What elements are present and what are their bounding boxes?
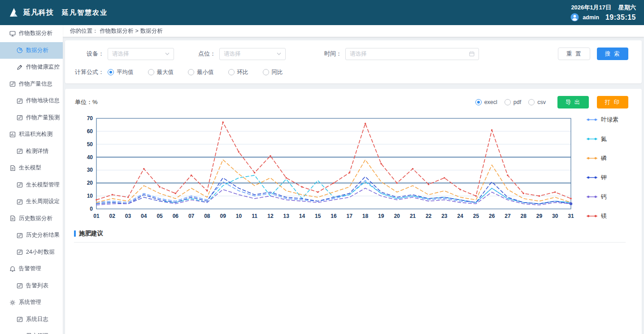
sidebar-item-label: 生长模型管理	[26, 181, 60, 189]
sidebar-item-label: 历史分析结果	[26, 231, 60, 239]
formula-option-平均值[interactable]: 平均值	[108, 69, 134, 76]
device-select[interactable]: 请选择	[108, 48, 174, 60]
svg-text:60: 60	[87, 128, 93, 134]
sidebar-item-16[interactable]: 告警列表	[0, 278, 63, 295]
svg-text:15: 15	[315, 213, 321, 219]
sidebar-item-label: 历史数据分析	[19, 215, 52, 222]
svg-text:10: 10	[87, 193, 93, 199]
sidebar-item-14[interactable]: 24小时数据	[0, 244, 63, 261]
chart-panel: 单位：% execlpdfcsv 导 出 打 印 010203040506070…	[65, 89, 642, 334]
sidebar-item-label: 系统管理	[19, 299, 41, 306]
sidebar-item-label: 告警管理	[19, 265, 41, 273]
legend-label: 叶绿素	[601, 116, 618, 124]
radio-label: 平均值	[117, 69, 134, 76]
document-icon	[9, 215, 16, 221]
edit-icon	[17, 98, 23, 104]
legend-marker-icon	[586, 176, 598, 179]
unit-label: 单位：%	[75, 98, 98, 106]
sidebar-item-17[interactable]: 系统管理	[0, 294, 63, 311]
format-option-csv[interactable]: csv	[528, 99, 546, 105]
sidebar-item-4[interactable]: 作物产量信息	[0, 76, 63, 93]
svg-text:12: 12	[267, 213, 274, 219]
sidebar-item-3[interactable]: 作物健康监控	[0, 59, 63, 76]
sidebar-item-1[interactable]: 作物数据分析	[0, 25, 63, 42]
formula-label: 计算公式：	[75, 68, 104, 76]
line-chart: 0102030405060700102030405060708091011121…	[74, 114, 574, 225]
brand-name: 延凡科技	[23, 8, 54, 17]
formula-radio-group: 平均值最大值最小值环比同比	[108, 69, 283, 76]
weekday-label: 星期六	[618, 4, 636, 12]
time-picker[interactable]: 请选择	[345, 48, 479, 60]
sidebar-item-label: 作物健康监控	[26, 63, 60, 71]
radio-dot	[528, 99, 535, 105]
format-option-pdf[interactable]: pdf	[505, 99, 521, 105]
sidebar-item-5[interactable]: 作物地块信息	[0, 92, 63, 109]
legend-item-氮[interactable]: 氮	[586, 135, 618, 143]
svg-text:10: 10	[236, 213, 242, 219]
date-row: 2026年1月17日 星期六	[571, 4, 636, 12]
svg-text:07: 07	[188, 213, 195, 219]
radio-dot	[505, 99, 511, 105]
svg-text:27: 27	[505, 213, 511, 219]
sidebar-item-label: 检测详情	[26, 147, 48, 155]
legend-item-磷[interactable]: 磷	[586, 154, 618, 162]
formula-option-最小值[interactable]: 最小值	[188, 69, 214, 76]
legend-item-钙[interactable]: 钙	[586, 193, 618, 201]
radio-label: execl	[484, 99, 497, 105]
sidebar-item-10[interactable]: 生长模型管理	[0, 177, 63, 194]
user-row: admin 19:35:15	[570, 13, 636, 22]
sidebar-item-label: 24小时数据	[26, 248, 55, 256]
legend-marker-icon	[586, 118, 598, 121]
reset-button[interactable]: 重 置	[558, 48, 590, 60]
svg-text:20: 20	[87, 180, 93, 186]
svg-text:19: 19	[378, 213, 384, 219]
formula-option-最大值[interactable]: 最大值	[148, 69, 174, 76]
user-avatar-icon[interactable]	[570, 13, 579, 22]
sidebar-item-15[interactable]: 告警管理	[0, 260, 63, 278]
legend-label: 氮	[601, 135, 607, 143]
sidebar-item-label: 生长周期设定	[26, 198, 60, 205]
svg-text:08: 08	[204, 213, 210, 219]
sidebar-item-label: 积温积光检测	[19, 130, 52, 138]
chevron-down-icon	[277, 52, 281, 55]
calendar-icon	[469, 51, 474, 56]
pen-icon	[17, 64, 23, 70]
document-icon	[9, 165, 16, 171]
chart-legend: 叶绿素氮磷钾钙镁	[586, 114, 618, 225]
export-button[interactable]: 导 出	[557, 96, 589, 108]
sidebar-item-11[interactable]: 生长周期设定	[0, 193, 63, 210]
svg-text:18: 18	[362, 213, 369, 219]
sidebar-item-7[interactable]: 积温积光检测	[0, 126, 63, 143]
edit-icon	[17, 249, 23, 255]
svg-text:28: 28	[521, 213, 527, 219]
sidebar-item-9[interactable]: 生长模型	[0, 160, 63, 177]
sidebar-item-8[interactable]: 检测详情	[0, 143, 63, 160]
formula-option-同比[interactable]: 同比	[263, 69, 283, 76]
point-select[interactable]: 请选择	[219, 48, 286, 60]
sidebar-item-13[interactable]: 历史分析结果	[0, 227, 63, 244]
legend-item-镁[interactable]: 镁	[586, 212, 618, 220]
format-option-execl[interactable]: execl	[475, 99, 497, 105]
sidebar-item-19[interactable]: 用户管理	[0, 328, 63, 334]
search-button[interactable]: 搜 索	[597, 48, 628, 60]
gear-icon	[9, 299, 16, 306]
breadcrumb-section[interactable]: 作物数据分析	[100, 27, 134, 35]
sidebar-item-6[interactable]: 作物产量预测	[0, 109, 63, 126]
sidebar-item-label: 告警列表	[26, 282, 48, 290]
sidebar-item-2[interactable]: 数据分析	[0, 42, 63, 59]
monitor-icon	[9, 30, 16, 37]
advice-title-text: 施肥建议	[79, 230, 103, 238]
legend-item-钾[interactable]: 钾	[586, 174, 618, 182]
formula-option-环比[interactable]: 环比	[228, 69, 248, 76]
sidebar-item-18[interactable]: 系统日志	[0, 311, 63, 328]
svg-text:17: 17	[347, 213, 353, 219]
svg-text:13: 13	[283, 213, 290, 219]
legend-item-叶绿素[interactable]: 叶绿素	[586, 116, 618, 124]
print-button[interactable]: 打 印	[597, 96, 628, 108]
date-label: 2026年1月17日	[571, 4, 611, 12]
breadcrumb-current: 数据分析	[140, 27, 163, 35]
sidebar-item-12[interactable]: 历史数据分析	[0, 210, 63, 227]
app-title: 延凡智慧农业	[62, 9, 108, 17]
device-label: 设备：	[87, 50, 104, 58]
edit-icon	[17, 114, 23, 121]
